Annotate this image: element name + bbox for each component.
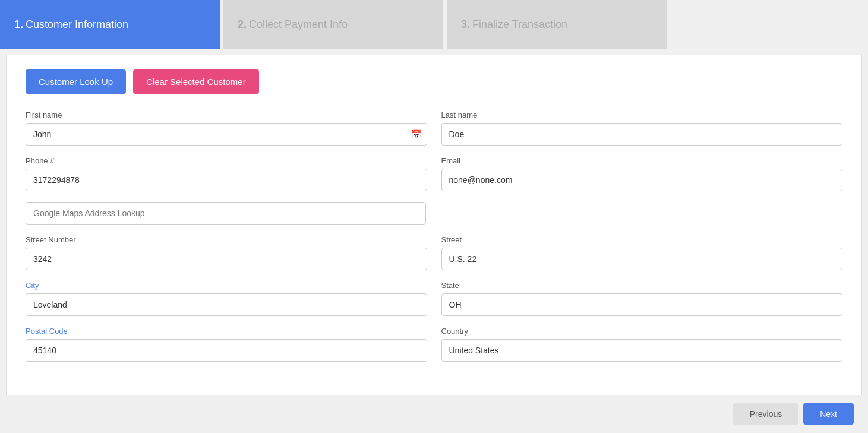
step-2-label: Collect Payment Info — [249, 18, 348, 31]
last-name-label: Last name — [441, 110, 843, 119]
city-group: City — [26, 281, 427, 316]
country-input[interactable] — [441, 339, 843, 362]
name-row: First name 📅 Last name — [26, 110, 842, 146]
main-content: Customer Look Up Clear Selected Customer… — [6, 55, 862, 399]
state-group: State — [441, 281, 843, 316]
contact-row: Phone # Email — [26, 156, 842, 191]
step-2[interactable]: 2. Collect Payment Info — [223, 0, 443, 49]
city-input[interactable] — [26, 293, 427, 316]
street-input[interactable] — [441, 248, 843, 270]
last-name-group: Last name — [441, 110, 843, 146]
email-group: Email — [441, 156, 843, 191]
step-1-num: 1. — [14, 18, 23, 31]
street-row: Street Number Street — [26, 235, 842, 270]
step-2-num: 2. — [238, 18, 247, 31]
footer: Previous Next — [0, 395, 868, 433]
step-3[interactable]: 3. Finalize Transaction — [447, 0, 667, 49]
address-lookup-row — [26, 202, 842, 225]
action-buttons: Customer Look Up Clear Selected Customer — [26, 69, 842, 94]
first-name-input[interactable] — [26, 123, 427, 146]
state-input[interactable] — [441, 293, 843, 316]
customer-lookup-button[interactable]: Customer Look Up — [26, 69, 126, 94]
phone-group: Phone # — [26, 156, 427, 191]
postal-group: Postal Code — [26, 327, 427, 362]
phone-input[interactable] — [26, 169, 427, 191]
country-group: Country — [441, 327, 843, 362]
country-label: Country — [441, 327, 843, 336]
phone-label: Phone # — [26, 156, 427, 165]
previous-button[interactable]: Previous — [733, 403, 798, 425]
next-button[interactable]: Next — [803, 403, 854, 425]
address-lookup-input[interactable] — [26, 202, 426, 225]
postal-label: Postal Code — [26, 327, 427, 336]
step-3-num: 3. — [461, 18, 470, 31]
city-label: City — [26, 281, 427, 290]
street-label: Street — [441, 235, 843, 244]
postal-country-row: Postal Code Country — [26, 327, 842, 362]
first-name-label: First name — [26, 110, 427, 119]
email-label: Email — [441, 156, 843, 165]
first-name-input-wrapper: 📅 — [26, 123, 427, 146]
step-1-label: Customer Information — [26, 18, 128, 31]
clear-customer-button[interactable]: Clear Selected Customer — [133, 69, 259, 94]
city-state-row: City State — [26, 281, 842, 316]
calendar-icon: 📅 — [411, 129, 421, 139]
state-label: State — [441, 281, 843, 290]
step-3-label: Finalize Transaction — [472, 18, 567, 31]
first-name-group: First name 📅 — [26, 110, 427, 146]
email-input[interactable] — [441, 169, 843, 191]
last-name-input[interactable] — [441, 123, 843, 146]
street-group: Street — [441, 235, 843, 270]
step-1[interactable]: 1. Customer Information — [0, 0, 220, 49]
street-number-label: Street Number — [26, 235, 427, 244]
postal-input[interactable] — [26, 339, 427, 362]
street-number-group: Street Number — [26, 235, 427, 270]
street-number-input[interactable] — [26, 248, 427, 270]
